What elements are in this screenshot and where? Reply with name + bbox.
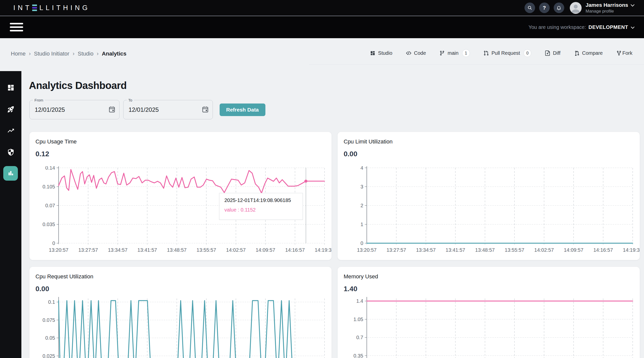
calendar-icon[interactable] xyxy=(202,106,209,114)
svg-text:13:48:57: 13:48:57 xyxy=(475,247,495,253)
top-bar: INT LLITHING ? James xyxy=(0,0,644,16)
brand-logo: INT LLITHING xyxy=(13,4,90,12)
fork-tab[interactable]: Fork xyxy=(616,50,632,56)
code-label: Code xyxy=(414,50,426,56)
svg-text:3: 3 xyxy=(360,184,363,189)
breadcrumb-current: Analytics xyxy=(102,50,127,57)
user-block[interactable]: James Harrisons Manage profile xyxy=(586,2,635,14)
svg-text:0.1: 0.1 xyxy=(48,299,55,305)
page-title: Analytics Dashboard xyxy=(29,80,127,91)
shield-icon xyxy=(7,148,15,157)
chart-tooltip: 2025-12-01T14:19:08.906185 value : 0.115… xyxy=(219,193,303,220)
chart-title: Cpu Request Utilization xyxy=(35,273,93,280)
code-icon xyxy=(406,50,411,56)
pull-request-count-badge: 0 xyxy=(524,49,531,57)
diff-tab[interactable]: Diff xyxy=(545,50,560,56)
svg-text:1.05: 1.05 xyxy=(353,317,363,322)
studio-tab[interactable]: Studio xyxy=(370,50,392,56)
svg-text:13:41:57: 13:41:57 xyxy=(137,247,157,253)
svg-text:1.4: 1.4 xyxy=(356,298,363,304)
menu-bar: You are using workspace: DEVELOPMENT xyxy=(0,16,644,38)
svg-text:1: 1 xyxy=(360,222,363,227)
sidebar-item-dashboard[interactable] xyxy=(0,80,21,95)
date-to-input[interactable] xyxy=(129,100,189,119)
svg-text:13:41:57: 13:41:57 xyxy=(446,247,465,253)
tooltip-value: value : 0.1152 xyxy=(224,207,298,213)
screen: INT LLITHING ? James xyxy=(0,0,644,358)
svg-text:0.7: 0.7 xyxy=(356,335,363,340)
svg-text:13:34:57: 13:34:57 xyxy=(108,247,128,253)
logo-text-right: LLITHING xyxy=(39,4,90,12)
workspace-value: DEVELOPMENT xyxy=(588,24,628,30)
help-button[interactable]: ? xyxy=(539,3,550,13)
pull-request-tab[interactable]: Pull Request 0 xyxy=(484,49,531,57)
chart-current-value: 0.00 xyxy=(344,150,357,158)
sidebar-item-analytics-active[interactable] xyxy=(3,166,18,181)
cpu-limit-utilization-card: Cpu Limit Utilization 0.00 0123413:20:57… xyxy=(338,132,640,260)
breadcrumb-separator: › xyxy=(73,50,74,57)
svg-text:0.14: 0.14 xyxy=(45,166,55,171)
top-right-actions: ? James Harrisons Manage profile xyxy=(525,2,635,14)
date-from-field: From xyxy=(29,100,119,119)
date-to-field: To xyxy=(123,100,213,119)
sidebar-item-security[interactable] xyxy=(0,145,21,160)
memory-used-chart[interactable]: 00.350.71.051.413:20:5713:27:5713:34:571… xyxy=(338,297,640,358)
cpu-limit-utilization-chart[interactable]: 0123413:20:5713:27:5713:34:5713:41:5713:… xyxy=(338,166,640,255)
pull-request-icon xyxy=(484,50,489,56)
chevron-down-icon xyxy=(630,2,635,8)
refresh-data-button[interactable]: Refresh Data xyxy=(220,104,265,116)
breadcrumb-studio[interactable]: Studio xyxy=(78,50,93,57)
logo-e-glyph-icon xyxy=(32,4,37,11)
sidebar-item-launch[interactable] xyxy=(0,102,21,117)
code-tab[interactable]: Code xyxy=(406,50,426,56)
svg-text:14:09:57: 14:09:57 xyxy=(256,247,275,253)
help-icon: ? xyxy=(543,5,546,11)
chart-title: Cpu Usage Time xyxy=(35,138,77,145)
trending-up-icon xyxy=(7,127,15,135)
cpu-request-utilization-card: Cpu Request Utilization 0.00 00.0250.050… xyxy=(29,267,332,358)
tooltip-timestamp: 2025-12-01T14:19:08.906185 xyxy=(224,197,298,203)
svg-text:14:02:57: 14:02:57 xyxy=(534,247,554,253)
breadcrumb-home[interactable]: Home xyxy=(11,50,26,57)
breadcrumb-separator: › xyxy=(29,50,31,57)
studio-grid-icon xyxy=(370,50,375,56)
rocket-icon xyxy=(7,106,15,114)
avatar[interactable] xyxy=(570,2,582,14)
chart-current-value: 0.12 xyxy=(35,150,49,158)
logo-text-left: INT xyxy=(13,4,32,12)
notifications-button[interactable] xyxy=(554,3,564,13)
sidebar xyxy=(0,71,21,358)
repo-toolbar: Studio Code main 1 Pull Request 0 xyxy=(370,49,632,57)
svg-text:13:55:57: 13:55:57 xyxy=(505,247,524,253)
chart-current-value: 0.00 xyxy=(35,285,49,293)
calendar-icon[interactable] xyxy=(108,106,116,114)
svg-text:13:34:57: 13:34:57 xyxy=(416,247,436,253)
fork-icon xyxy=(616,50,622,56)
chevron-down-icon xyxy=(631,24,635,30)
svg-text:2: 2 xyxy=(360,203,363,208)
studio-label: Studio xyxy=(378,50,392,56)
bar-chart-icon xyxy=(7,169,14,178)
branch-label: main xyxy=(448,50,458,56)
memory-used-card: Memory Used 1.40 00.350.71.051.413:20:57… xyxy=(338,267,640,358)
workspace-selector[interactable]: You are using workspace: DEVELOPMENT xyxy=(529,24,635,30)
fork-label: Fork xyxy=(622,50,632,56)
dashboard-grid-icon xyxy=(7,84,15,92)
diff-file-icon xyxy=(545,50,550,56)
svg-text:4: 4 xyxy=(360,166,363,171)
breadcrumb-separator: › xyxy=(97,50,98,57)
svg-text:0: 0 xyxy=(52,240,55,246)
svg-text:14:19:35: 14:19:35 xyxy=(315,247,332,253)
branch-selector[interactable]: main 1 xyxy=(439,49,470,57)
sidebar-item-trends[interactable] xyxy=(0,123,21,138)
compare-tab[interactable]: Compare xyxy=(574,50,603,56)
svg-text:14:09:57: 14:09:57 xyxy=(564,247,583,253)
bell-icon xyxy=(556,5,561,11)
date-from-input[interactable] xyxy=(35,100,95,119)
chart-title: Cpu Limit Utilization xyxy=(344,138,392,145)
manage-profile-link[interactable]: Manage profile xyxy=(586,9,635,14)
search-button[interactable] xyxy=(525,3,535,13)
hamburger-menu-button[interactable] xyxy=(10,23,23,31)
breadcrumb-studio-initiator[interactable]: Studio Initiator xyxy=(34,50,69,57)
cpu-request-utilization-chart[interactable]: 00.0250.050.0750.113:20:5713:27:5713:34:… xyxy=(29,297,332,358)
